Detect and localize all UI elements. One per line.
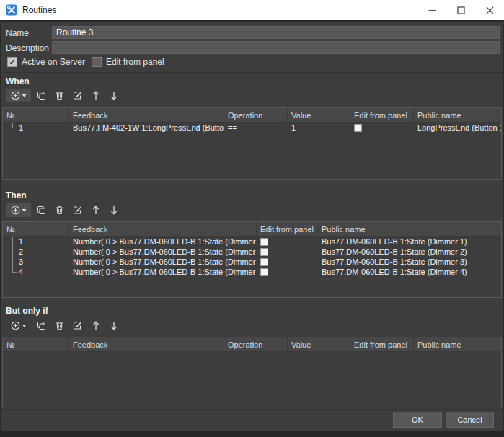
table-cell: Bus77.DM-060LED-B 1:State (Dimmer 2) (318, 247, 501, 257)
app-tools-icon (6, 4, 17, 16)
tree-connector (12, 247, 18, 257)
routines-dialog: Routines Name Description Active on Serv… (0, 0, 504, 437)
description-label: Description (6, 43, 49, 53)
column-header[interactable]: № (3, 222, 69, 236)
edit-button[interactable] (70, 89, 85, 102)
arrow-up-icon (92, 91, 100, 100)
section-title-then: Then (6, 190, 27, 200)
move-up-button[interactable] (88, 203, 103, 217)
edit-button[interactable] (70, 319, 85, 332)
delete-button[interactable] (52, 203, 67, 217)
move-down-button[interactable] (106, 203, 121, 217)
name-input[interactable] (52, 26, 500, 39)
column-header[interactable]: Feedback (69, 337, 224, 351)
window-border-left (0, 22, 1, 431)
row-number: 2 (19, 247, 23, 256)
section-title-when: When (6, 76, 30, 87)
trash-icon (55, 91, 64, 100)
tree-connector (12, 267, 18, 277)
dialog-content: Name Description Active on Server Edit f… (1, 22, 503, 431)
arrow-up-icon (92, 206, 100, 215)
column-header[interactable]: Edit from panel (257, 222, 318, 236)
table-row[interactable]: 2Number( 0 > Bus77.DM-060LED-B 1:State (… (3, 247, 501, 257)
cancel-button[interactable]: Cancel (446, 412, 494, 428)
table-cell: Number( 0 > Bus77.DM-060LED-B 1:State (D… (69, 267, 257, 277)
table-cell: Number( 0 > Bus77.DM-060LED-B 1:State (D… (69, 247, 257, 257)
column-header[interactable]: № (3, 337, 69, 351)
but-only-if-table-header: №FeedbackOperationValueEdit from panelPu… (3, 337, 501, 352)
edit-from-panel-cell (257, 247, 318, 257)
ok-button[interactable]: OK (393, 412, 442, 428)
minimize-button[interactable] (417, 0, 446, 20)
column-header[interactable]: Feedback (69, 222, 257, 236)
edit-from-panel-cell (257, 257, 318, 267)
row-number-cell: 1 (3, 123, 69, 133)
name-label: Name (6, 28, 29, 38)
table-row[interactable]: 1Bus77.FM-402-1W 1:LongPressEnd (Button … (3, 123, 501, 133)
row-edit-from-panel-checkbox[interactable] (260, 238, 268, 246)
column-header[interactable]: Public name (414, 108, 501, 122)
column-header[interactable]: Feedback (69, 108, 224, 122)
table-cell: == (224, 123, 288, 133)
edit-pencil-icon (73, 91, 82, 100)
maximize-button[interactable] (446, 0, 475, 20)
table-cell: Bus77.DM-060LED-B 1:State (Dimmer 3) (318, 257, 501, 267)
add-button[interactable] (6, 319, 31, 332)
then-table-body: 1Number( 0 > Bus77.DM-060LED-B 1:State (… (3, 237, 501, 277)
column-header[interactable]: № (3, 108, 69, 122)
row-number: 4 (19, 268, 23, 276)
column-header[interactable]: Operation (224, 337, 288, 351)
description-input[interactable] (52, 41, 500, 54)
duplicate-button[interactable] (34, 89, 49, 102)
but-only-if-toolbar (6, 318, 121, 332)
edit-button[interactable] (70, 203, 85, 217)
column-header[interactable]: Public name (414, 337, 501, 351)
row-edit-from-panel-checkbox[interactable] (260, 248, 268, 256)
then-toolbar (6, 203, 121, 217)
row-edit-from-panel-checkbox[interactable] (354, 124, 362, 132)
table-cell: Number( 0 > Bus77.DM-060LED-B 1:State (D… (69, 237, 257, 247)
delete-button[interactable] (52, 319, 67, 332)
table-row[interactable]: 4Number( 0 > Bus77.DM-060LED-B 1:State (… (3, 267, 501, 277)
delete-button[interactable] (52, 89, 67, 102)
tree-connector (12, 123, 18, 133)
add-circle-icon (11, 91, 20, 100)
duplicate-button[interactable] (34, 319, 49, 332)
edit-from-panel-checkbox[interactable] (92, 57, 102, 67)
column-header[interactable]: Operation (224, 108, 288, 122)
move-down-button[interactable] (106, 89, 121, 102)
move-up-button[interactable] (88, 89, 103, 102)
titlebar: Routines (0, 0, 504, 20)
add-button[interactable] (6, 89, 31, 102)
move-up-button[interactable] (88, 319, 103, 332)
row-edit-from-panel-checkbox[interactable] (260, 258, 268, 266)
edit-pencil-icon (73, 321, 82, 330)
close-button[interactable] (475, 0, 504, 20)
row-number-cell: 3 (3, 257, 69, 267)
table-cell: Bus77.DM-060LED-B 1:State (Dimmer 1) (318, 237, 501, 247)
active-on-server-checkbox[interactable] (7, 57, 17, 67)
row-edit-from-panel-checkbox[interactable] (260, 268, 268, 276)
window-border-bottom (0, 431, 504, 437)
table-row[interactable]: 3Number( 0 > Bus77.DM-060LED-B 1:State (… (3, 257, 501, 267)
move-down-button[interactable] (106, 319, 121, 332)
row-number: 1 (19, 123, 23, 132)
then-table-header: №FeedbackEdit from panelPublic name (3, 222, 501, 237)
column-header[interactable]: Value (288, 108, 350, 122)
row-number-cell: 4 (3, 267, 69, 277)
table-row[interactable]: 1Number( 0 > Bus77.DM-060LED-B 1:State (… (3, 237, 501, 247)
trash-icon (55, 206, 64, 215)
section-separator (1, 72, 503, 73)
add-button[interactable] (6, 203, 31, 217)
tree-connector (12, 257, 18, 267)
arrow-down-icon (110, 321, 118, 330)
trash-icon (55, 321, 64, 330)
section-title-but-only-if: But only if (6, 306, 48, 316)
column-header[interactable]: Edit from panel (350, 337, 414, 351)
edit-from-panel-label: Edit from panel (106, 57, 164, 67)
chevron-down-icon (22, 324, 27, 327)
column-header[interactable]: Value (288, 337, 350, 351)
column-header[interactable]: Public name (318, 222, 501, 236)
duplicate-button[interactable] (34, 203, 49, 217)
column-header[interactable]: Edit from panel (350, 108, 414, 122)
